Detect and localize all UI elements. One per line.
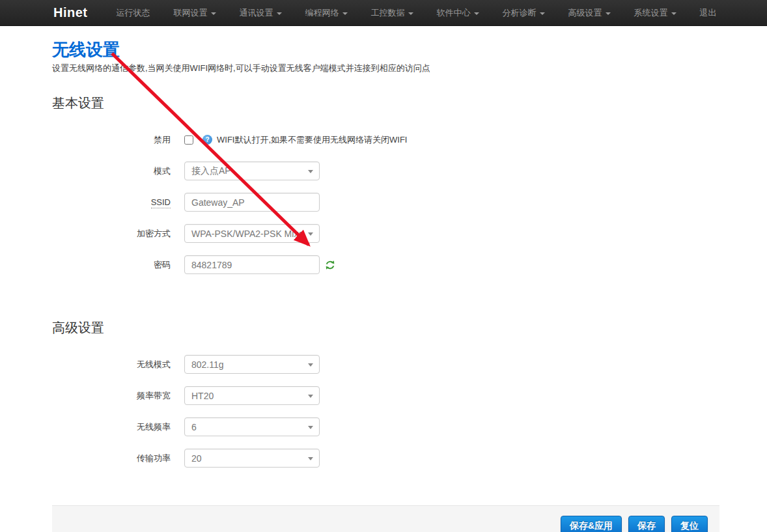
nav-item-label: 高级设置 [568, 0, 602, 26]
nav-item-label: 联网设置 [174, 0, 208, 26]
section-advanced-settings: 高级设置 无线模式 802.11g 频率带宽 HT20 无线频率 6 [52, 320, 719, 468]
wireless-mode-label: 无线模式 [52, 359, 171, 371]
tx-power-select-value: 20 [191, 453, 303, 464]
nav-item-programming-network[interactable]: 编程网络 [300, 0, 354, 26]
nav-item-network-settings[interactable]: 联网设置 [168, 0, 222, 26]
encryption-select-value: WPA-PSK/WPA2-PSK Mixed Mode [191, 229, 303, 239]
nav-item-software-center[interactable]: 软件中心 [431, 0, 485, 26]
chevron-down-icon [308, 232, 313, 236]
nav-item-advanced-settings[interactable]: 高级设置 [563, 0, 617, 26]
nav-item-label: 运行状态 [117, 0, 150, 26]
chevron-down-icon [308, 363, 313, 367]
page-content: 无线设置 设置无线网络的通信参数,当网关使用WIFI网络时,可以手动设置无线客户… [52, 39, 719, 468]
ssid-label-text: SSID [151, 197, 171, 208]
chevron-down-icon [474, 12, 479, 15]
tx-power-row: 传输功率 20 [52, 449, 719, 468]
bandwidth-select[interactable]: HT20 [184, 386, 320, 405]
password-label: 密码 [52, 259, 171, 271]
bandwidth-row: 频率带宽 HT20 [52, 386, 719, 405]
channel-select-value: 6 [191, 422, 303, 432]
nav-item-label: 退出 [700, 0, 717, 26]
nav-item-label: 工控数据 [371, 0, 405, 26]
chevron-down-icon [540, 12, 545, 15]
bandwidth-label: 频率带宽 [52, 390, 171, 402]
reset-button[interactable]: 复位 [671, 516, 708, 532]
nav-item-industrial-data[interactable]: 工控数据 [365, 0, 419, 26]
disable-hint-text: WIFI默认打开,如果不需要使用无线网络请关闭WIFI [217, 134, 407, 146]
chevron-down-icon [606, 12, 611, 15]
tx-power-select[interactable]: 20 [184, 449, 320, 468]
save-button[interactable]: 保存 [628, 516, 665, 532]
encryption-label: 加密方式 [52, 228, 171, 240]
page-title: 无线设置 [52, 39, 719, 60]
chevron-down-icon [308, 395, 313, 398]
ssid-input[interactable] [184, 193, 320, 212]
encryption-row: 加密方式 WPA-PSK/WPA2-PSK Mixed Mode [52, 224, 719, 243]
nav-item-label: 编程网络 [305, 0, 339, 26]
nav-item-label: 通讯设置 [240, 0, 273, 26]
wireless-mode-select-value: 802.11g [191, 359, 303, 370]
nav-item-label: 分析诊断 [503, 0, 537, 26]
help-icon: ? [202, 135, 212, 145]
disable-wifi-checkbox[interactable] [184, 135, 193, 145]
top-navbar: Hinet 运行状态 联网设置 通讯设置 编程网络 工控数据 软件中心 分析诊断… [0, 0, 767, 26]
nav-item-analysis-diagnosis[interactable]: 分析诊断 [497, 0, 551, 26]
mode-select[interactable]: 接入点AP [184, 161, 320, 180]
nav-item-comm-settings[interactable]: 通讯设置 [234, 0, 288, 26]
mode-row: 模式 接入点AP [52, 161, 719, 180]
basic-settings-heading: 基本设置 [52, 95, 719, 111]
wireless-mode-select[interactable]: 802.11g [184, 355, 320, 374]
disable-row: 禁用 ? WIFI默认打开,如果不需要使用无线网络请关闭WIFI [52, 130, 719, 149]
ssid-row: SSID [52, 193, 719, 212]
chevron-down-icon [277, 12, 282, 15]
channel-label: 无线频率 [52, 421, 171, 433]
encryption-select[interactable]: WPA-PSK/WPA2-PSK Mixed Mode [184, 224, 320, 243]
nav-item-running-status[interactable]: 运行状态 [111, 0, 156, 26]
chevron-down-icon [211, 12, 216, 15]
password-row: 密码 [52, 255, 719, 274]
tx-power-label: 传输功率 [52, 453, 171, 464]
nav-item-label: 软件中心 [437, 0, 471, 26]
wireless-mode-row: 无线模式 802.11g [52, 355, 719, 374]
brand-logo[interactable]: Hinet [53, 5, 88, 20]
disable-label: 禁用 [52, 134, 171, 146]
channel-row: 无线频率 6 [52, 417, 719, 436]
chevron-down-icon [308, 426, 313, 429]
save-apply-button[interactable]: 保存&应用 [561, 516, 622, 532]
mode-label: 模式 [52, 165, 171, 177]
chevron-down-icon [342, 12, 348, 15]
nav-item-system-settings[interactable]: 系统设置 [628, 0, 682, 26]
ssid-label: SSID [52, 197, 171, 207]
advanced-settings-heading: 高级设置 [52, 320, 719, 335]
chevron-down-icon [308, 457, 313, 460]
channel-select[interactable]: 6 [184, 417, 320, 436]
nav-item-logout[interactable]: 退出 [694, 0, 723, 26]
password-input[interactable] [184, 255, 320, 274]
generate-password-refresh-icon[interactable] [325, 260, 335, 270]
section-basic-settings: 基本设置 禁用 ? WIFI默认打开,如果不需要使用无线网络请关闭WIFI 模式… [52, 95, 719, 274]
page-description: 设置无线网络的通信参数,当网关使用WIFI网络时,可以手动设置无线客户端模式并连… [52, 63, 719, 74]
footer-action-bar: 保存&应用 保存 复位 [52, 505, 719, 532]
chevron-down-icon [408, 12, 413, 15]
chevron-down-icon [308, 170, 313, 173]
mode-select-value: 接入点AP [191, 165, 303, 177]
chevron-down-icon [671, 12, 676, 15]
nav-item-label: 系统设置 [634, 0, 668, 26]
bandwidth-select-value: HT20 [191, 391, 303, 401]
